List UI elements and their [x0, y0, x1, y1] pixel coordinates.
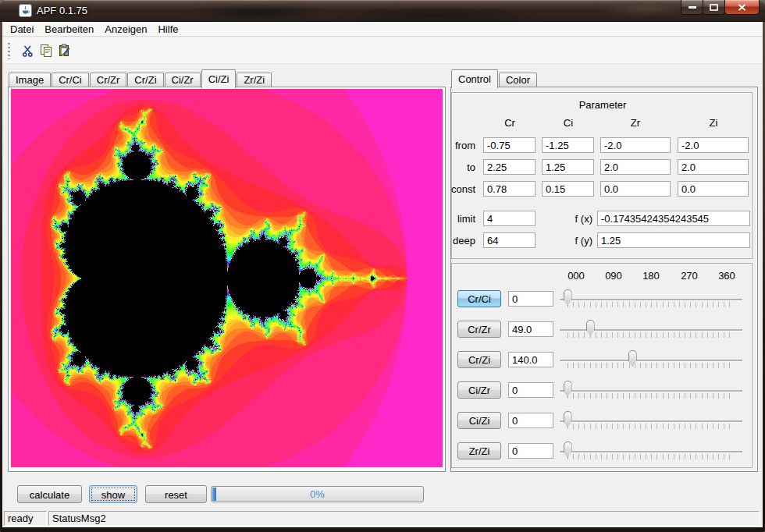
- java-app-icon: [19, 4, 32, 17]
- zr-zi-slider-track[interactable]: [560, 451, 742, 452]
- tab-color[interactable]: Color: [499, 73, 537, 87]
- status-bar: ready StatusMsg2: [2, 505, 763, 527]
- show-button[interactable]: show: [89, 485, 137, 503]
- fractal-canvas[interactable]: [11, 89, 443, 467]
- window-title: APF 0.1.75: [37, 5, 87, 16]
- copy-button[interactable]: [37, 41, 55, 60]
- tab-ci-zr[interactable]: Ci/Zr: [165, 73, 201, 87]
- maximize-icon: [710, 4, 718, 11]
- cr-zi-slider-track[interactable]: [560, 360, 742, 361]
- column-header-zr: Zr: [612, 117, 659, 129]
- ci-zr-slider-ticks: [568, 393, 735, 399]
- limit-label: limit: [452, 213, 475, 225]
- ci-zi-slider-ticks: [568, 424, 735, 429]
- maximize-button[interactable]: [703, 0, 725, 15]
- tab-image[interactable]: Image: [9, 73, 51, 87]
- cr-zr-angle-field[interactable]: [508, 321, 553, 337]
- paste-button[interactable]: [55, 41, 74, 60]
- deep-field[interactable]: [483, 232, 536, 248]
- zr-zi-plane-button[interactable]: Zr/Zi: [457, 442, 501, 459]
- menu-datei[interactable]: Datei: [5, 22, 39, 37]
- scale-label-360: 360: [713, 270, 741, 282]
- menu-hilfe[interactable]: Hilfe: [152, 22, 183, 37]
- close-button[interactable]: [724, 0, 760, 15]
- ci-zr-plane-button[interactable]: Ci/Zr: [457, 381, 501, 399]
- tab-control[interactable]: Control: [451, 69, 498, 88]
- tab-ci-zi[interactable]: Ci/Zi: [201, 69, 237, 88]
- cr-ci-slider-track[interactable]: [560, 299, 742, 300]
- cr-zr-plane-button[interactable]: Cr/Zr: [457, 321, 501, 338]
- zr-zi-angle-field[interactable]: [508, 443, 553, 459]
- row-label-to: to: [452, 161, 475, 173]
- cr-ci-slider-ticks: [568, 302, 735, 307]
- client-area: Datei Bearbeiten Anzeigen Hilfe: [2, 22, 763, 527]
- const-zi-field[interactable]: [678, 181, 749, 197]
- menu-bar: Datei Bearbeiten Anzeigen Hilfe: [2, 22, 763, 37]
- to-ci-field[interactable]: [542, 159, 594, 175]
- tab-cr-zi[interactable]: Cr/Zi: [127, 73, 163, 87]
- copy-icon: [39, 44, 53, 58]
- cut-button[interactable]: [18, 41, 37, 60]
- to-zr-field[interactable]: [600, 159, 671, 175]
- tab-cr-ci[interactable]: Cr/Ci: [52, 73, 89, 87]
- from-cr-field[interactable]: [483, 137, 536, 153]
- scissors-icon: [21, 44, 34, 58]
- scale-label-090: 090: [600, 270, 628, 282]
- const-zr-field[interactable]: [600, 181, 671, 197]
- cr-ci-plane-button[interactable]: Cr/Ci: [457, 290, 501, 307]
- from-zr-field[interactable]: [600, 137, 671, 153]
- close-icon: [738, 4, 746, 11]
- title-bar[interactable]: APF 0.1.75: [0, 0, 765, 22]
- row-label-from: from: [452, 140, 475, 151]
- const-ci-field[interactable]: [542, 181, 594, 197]
- fy-label: f (y): [568, 235, 592, 246]
- ci-zi-plane-button[interactable]: Ci/Zi: [457, 412, 501, 429]
- from-zi-field[interactable]: [678, 137, 749, 153]
- cr-zi-angle-field[interactable]: [508, 352, 553, 367]
- cr-zi-plane-button[interactable]: Cr/Zi: [457, 351, 501, 368]
- minimize-icon: [688, 6, 696, 9]
- app-window: APF 0.1.75 Datei Bearbeiten Anzeigen Hil…: [0, 0, 765, 532]
- cr-zr-slider-ticks: [568, 332, 735, 338]
- toolbar-drag-handle[interactable]: [8, 43, 10, 59]
- control-pane: Parameter Cr Ci Zr Zi from to const: [450, 87, 758, 472]
- const-cr-field[interactable]: [483, 181, 536, 197]
- parameter-group-title: Parameter: [452, 99, 753, 111]
- to-cr-field[interactable]: [483, 159, 536, 175]
- fx-label: f (x): [568, 213, 592, 225]
- scale-label-180: 180: [637, 270, 665, 282]
- status-ready: ready: [4, 511, 47, 526]
- fractal-view-pane: [8, 87, 446, 472]
- menu-bearbeiten[interactable]: Bearbeiten: [39, 22, 99, 37]
- ci-zr-angle-field[interactable]: [508, 382, 553, 398]
- scale-label-000: 000: [562, 270, 590, 282]
- minimize-button[interactable]: [681, 0, 703, 15]
- calculate-button[interactable]: calculate: [17, 485, 82, 503]
- settings-tabs: Control Color: [451, 69, 538, 87]
- progress-label: 0%: [212, 488, 423, 500]
- progress-bar: 0%: [211, 486, 424, 502]
- tab-zr-zi[interactable]: Zr/Zi: [237, 73, 272, 87]
- cr-ci-angle-field[interactable]: [508, 291, 553, 307]
- to-zi-field[interactable]: [678, 159, 749, 175]
- tool-bar: [2, 37, 763, 64]
- column-header-cr: Cr: [486, 117, 533, 129]
- ci-zi-angle-field[interactable]: [508, 413, 553, 428]
- fy-field[interactable]: [597, 232, 750, 248]
- status-message: StatusMsg2: [48, 511, 760, 526]
- window-controls: [681, 0, 760, 15]
- tab-cr-zr[interactable]: Cr/Zr: [90, 73, 127, 87]
- cr-zi-slider-ticks: [568, 363, 735, 368]
- row-label-const: const: [449, 183, 475, 195]
- plane-tabs: Image Cr/Ci Cr/Zr Cr/Zi Ci/Zr Ci/Zi Zr/Z…: [9, 69, 272, 87]
- ci-zi-slider-track[interactable]: [560, 420, 742, 422]
- ci-zr-slider-track[interactable]: [560, 390, 742, 392]
- rotation-group: 000 090 180 270 360 Cr/Ci Cr/Zr: [451, 263, 753, 468]
- column-header-zi: Zi: [690, 117, 737, 129]
- fx-field[interactable]: [597, 211, 750, 226]
- scale-label-270: 270: [675, 270, 703, 282]
- from-ci-field[interactable]: [542, 137, 594, 153]
- menu-anzeigen[interactable]: Anzeigen: [99, 22, 152, 37]
- limit-field[interactable]: [483, 211, 536, 226]
- reset-button[interactable]: reset: [145, 485, 207, 503]
